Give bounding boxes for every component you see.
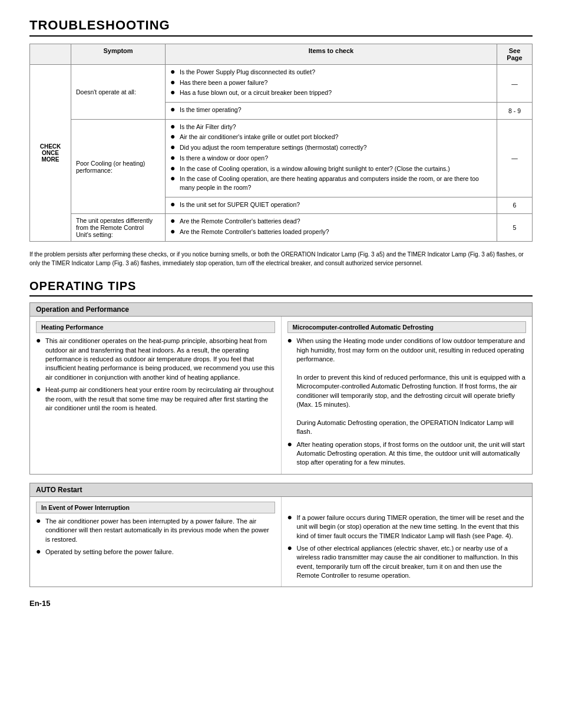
table-row: Poor Cooling (or heating) performance: ●… [30,119,533,197]
troubleshooting-table: Symptom Items to check See Page CHECK ON… [29,44,533,242]
power-item-2: ● Operated by setting before the power f… [36,548,275,556]
symptom-cell-3: Poor Cooling (or heating) performance: [71,119,166,214]
restart-item-2-text: Use of other electrical appliances (elec… [297,544,527,581]
table-row: CHECK ONCEMORE Doesn't operate at all: ●… [30,65,533,103]
items-cell-4: ●Is the unit set for SUPER QUIET operati… [166,197,497,214]
bullet-icon: ● [287,543,295,552]
heating-performance-title: Heating Performance [36,321,275,333]
heating-item-1: ● This air conditioner operates on the h… [36,337,275,382]
bullet-icon: ● [36,516,43,525]
defrost-item-1: ● When using the Heating mode under cond… [287,337,527,436]
check-once-label: CHECK ONCEMORE [30,65,71,242]
operating-tips-title: OPERATING TIPS [29,279,533,297]
symptom-cell-1: Doesn't operate at all: [71,65,166,120]
bullet-icon: ● [36,547,43,555]
troubleshooting-title: TROUBLESHOOTING [29,18,533,37]
power-item-1: ● The air conditioner power has been int… [36,517,275,544]
op-section-1-body: Heating Performance ● This air condition… [30,317,532,473]
op-section-2-header: AUTO Restart [30,483,532,497]
col-symptom-header: Symptom [71,44,166,65]
bullet-icon: ● [287,336,295,344]
bullet-icon: ● [36,336,43,344]
col-items-header: Items to check [166,44,497,65]
bullet-icon: ● [36,385,43,393]
bullet-icon: ● [287,440,295,448]
page-cell-5: 5 [497,214,533,242]
page-cell-2: 8 - 9 [497,103,533,120]
heating-item-2: ● Heat-pump air conditioners heat your e… [36,386,275,413]
defrost-item-2-text: After heating operation stops, if frost … [297,440,527,467]
auto-restart-right-col: ● If a power failure occurs during TIMER… [282,497,533,587]
operation-performance-section: Operation and Performance Heating Perfor… [29,302,533,474]
page-number: En-15 [29,599,533,608]
power-interruption-title: In Event of Power Interruption [36,502,275,513]
items-cell-5: ●Are the Remote Controller's batteries d… [166,214,497,242]
heating-item-1-text: This air conditioner operates on the hea… [45,337,275,382]
power-item-2-text: Operated by setting before the power fai… [45,548,275,556]
page-cell-4: 6 [497,197,533,214]
items-cell-3: ●Is the Air Filter dirty? ●Air the air c… [166,119,497,197]
power-item-1-text: The air conditioner power has been inter… [45,517,275,544]
restart-item-2: ● Use of other electrical appliances (el… [287,544,527,581]
symptom-cell-5: The unit operates differently from the R… [71,214,166,242]
items-cell-1: ●Is the Power Supply Plug disconnected i… [166,65,497,103]
auto-defrost-title: Microcomputer-controlled Automatic Defro… [287,321,527,333]
col-page-header: See Page [497,44,533,65]
restart-item-1-text: If a power failure occurs during TIMER o… [297,513,527,541]
op-section-2-body: In Event of Power Interruption ● The air… [30,497,532,587]
bullet-icon: ● [287,513,295,521]
troubleshooting-footnote: If the problem persists after performing… [29,250,533,268]
auto-defrost-col: Microcomputer-controlled Automatic Defro… [282,317,533,473]
auto-restart-section: AUTO Restart In Event of Power Interrupt… [29,483,533,588]
restart-item-1: ● If a power failure occurs during TIMER… [287,513,527,541]
items-cell-2: ●Is the timer operating? [166,103,497,120]
heating-performance-col: Heating Performance ● This air condition… [30,317,282,473]
page-cell-3: — [497,119,533,197]
heating-item-2-text: Heat-pump air conditioners heat your ent… [45,386,275,413]
defrost-item-2: ● After heating operation stops, if fros… [287,440,527,467]
defrost-item-1-text: When using the Heating mode under condit… [297,337,527,436]
power-interruption-col: In Event of Power Interruption ● The air… [30,497,282,587]
page-cell-1: — [497,65,533,103]
table-row: The unit operates differently from the R… [30,214,533,242]
op-section-1-header: Operation and Performance [30,303,532,317]
